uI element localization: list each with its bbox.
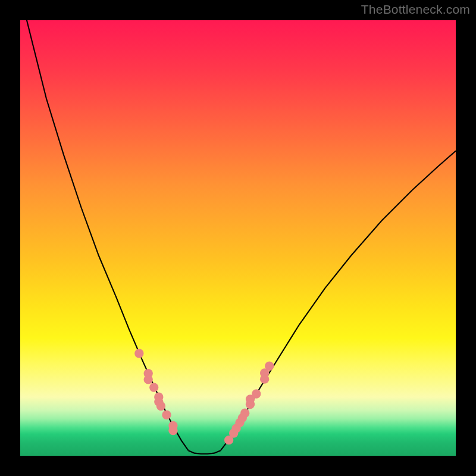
curve-left-path xyxy=(23,20,189,450)
data-marker xyxy=(149,383,158,392)
data-marker xyxy=(168,426,177,435)
curve-group xyxy=(23,20,456,454)
chart-frame: TheBottleneck.com xyxy=(0,0,476,476)
data-marker xyxy=(134,349,143,358)
data-marker xyxy=(144,375,153,384)
data-marker xyxy=(265,362,274,371)
curve-right-path xyxy=(221,151,456,451)
chart-svg xyxy=(20,20,456,456)
watermark-label: TheBottleneck.com xyxy=(361,2,470,17)
data-marker xyxy=(162,411,171,419)
markers-right-group xyxy=(224,362,274,445)
data-marker xyxy=(252,389,261,398)
data-marker xyxy=(156,402,165,411)
curve-flat-path xyxy=(189,450,221,453)
data-marker xyxy=(240,409,249,418)
